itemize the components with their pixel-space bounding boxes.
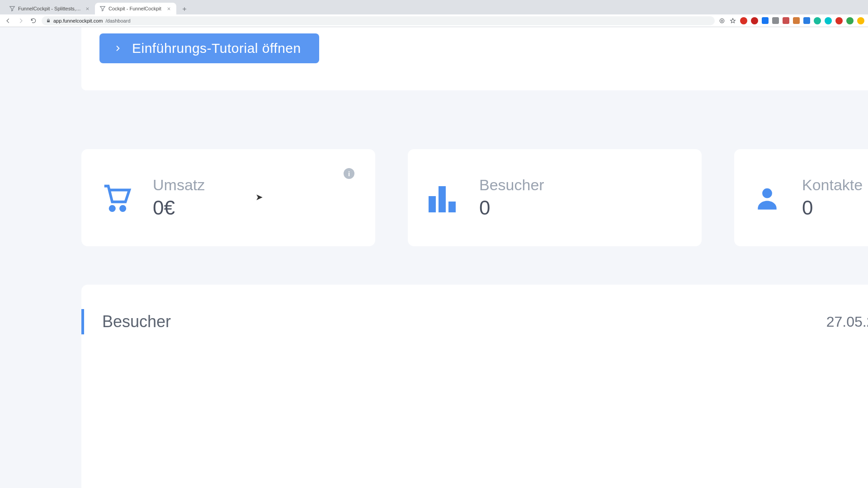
url-host: app.funnelcockpit.com <box>53 18 103 23</box>
lock-icon <box>46 19 51 23</box>
back-button[interactable] <box>4 16 13 25</box>
chart-title-wrap: Besucher <box>81 309 171 334</box>
person-icon <box>753 184 781 212</box>
extension-icon[interactable] <box>740 17 747 24</box>
visitors-chart-panel: Besucher 27.05.2020 10.06.2020 FunneSpli… <box>81 285 868 488</box>
stat-card-contacts[interactable]: Kontakte 0 <box>734 149 868 246</box>
tab-title: FunnelCockpit - Splittests, Ma <box>18 6 81 11</box>
new-tab-button[interactable] <box>179 4 190 14</box>
tutorial-button-label: Einführungs-Tutorial öffnen <box>132 41 301 56</box>
stat-value: 0€ <box>153 197 205 219</box>
stats-row: Umsatz 0€ i ➤ Besucher 0 <box>81 149 868 246</box>
chevron-right-icon <box>114 45 121 52</box>
svg-point-7 <box>762 188 772 198</box>
tab-title: Cockpit - FunnelCockpit <box>108 6 163 11</box>
cursor-icon: ➤ <box>255 192 263 202</box>
url-path: /dashboard <box>105 18 130 23</box>
extension-icon[interactable] <box>803 17 810 24</box>
extension-icon[interactable] <box>751 17 758 24</box>
chart-header: Besucher 27.05.2020 10.06.2020 <box>81 309 868 334</box>
close-icon[interactable] <box>165 5 172 12</box>
site-settings-icon[interactable] <box>718 17 726 24</box>
extension-icon[interactable] <box>762 17 769 24</box>
date-from: 27.05.2020 <box>826 314 868 330</box>
extension-icon[interactable] <box>835 17 843 24</box>
funnel-icon <box>9 5 15 12</box>
svg-point-0 <box>720 19 724 23</box>
extension-icon[interactable] <box>825 17 832 24</box>
svg-point-1 <box>721 20 723 22</box>
stat-label: Kontakte <box>802 176 863 194</box>
browser-toolbar: app.funnelcockpit.com/dashboard <box>0 14 868 27</box>
extension-icon[interactable] <box>772 17 779 24</box>
extension-icon[interactable] <box>846 17 854 24</box>
extension-icons <box>740 17 864 24</box>
svg-point-2 <box>110 206 114 210</box>
open-tutorial-button[interactable]: Einführungs-Tutorial öffnen <box>99 33 319 63</box>
tab-strip: FunnelCockpit - Splittests, Ma Cockpit -… <box>0 0 868 14</box>
info-icon[interactable]: i <box>344 168 354 179</box>
chart-title: Besucher <box>102 312 171 331</box>
svg-rect-6 <box>448 202 456 212</box>
date-range-picker[interactable]: 27.05.2020 10.06.2020 <box>826 314 868 330</box>
stat-card-revenue[interactable]: Umsatz 0€ i ➤ <box>81 149 375 246</box>
bookmark-star-icon[interactable] <box>729 17 736 24</box>
svg-point-3 <box>121 206 125 210</box>
close-icon[interactable] <box>84 5 90 12</box>
extension-icon[interactable] <box>857 17 864 24</box>
browser-tab-active[interactable]: Cockpit - FunnelCockpit <box>95 3 176 14</box>
stat-label: Besucher <box>479 176 544 194</box>
browser-chrome: FunnelCockpit - Splittests, Ma Cockpit -… <box>0 0 868 27</box>
bar-chart-icon <box>427 183 458 212</box>
url-bar[interactable]: app.funnelcockpit.com/dashboard <box>42 16 715 25</box>
svg-rect-4 <box>429 196 436 212</box>
intro-panel: Einführungs-Tutorial öffnen <box>81 27 868 90</box>
browser-tab[interactable]: FunnelCockpit - Splittests, Ma <box>5 3 95 14</box>
extension-icon[interactable] <box>814 17 821 24</box>
svg-rect-5 <box>439 186 446 212</box>
stat-label: Umsatz <box>153 176 205 194</box>
stat-value: 0 <box>802 197 863 219</box>
stat-card-visitors[interactable]: Besucher 0 <box>408 149 702 246</box>
page-viewport: Einführungs-Tutorial öffnen Umsatz 0€ i … <box>0 27 868 488</box>
extension-icon[interactable] <box>793 17 800 24</box>
reload-button[interactable] <box>29 16 38 25</box>
extension-icon[interactable] <box>783 17 789 24</box>
stat-value: 0 <box>479 197 544 219</box>
cart-icon <box>100 182 132 214</box>
funnel-icon <box>99 5 106 12</box>
forward-button[interactable] <box>16 16 25 25</box>
